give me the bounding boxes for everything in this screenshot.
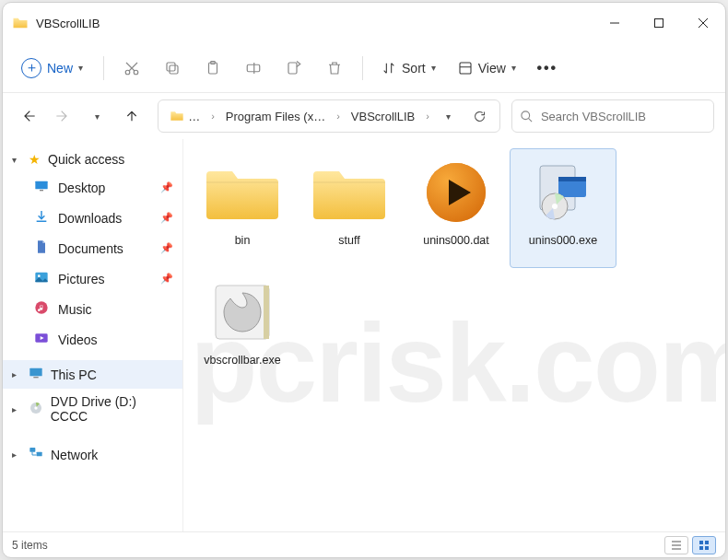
file-explorer-window: VBScrollLIB ＋ New ▾ Sort ▾ View ▾ [2,2,726,558]
svg-rect-21 [29,448,35,452]
sidebar-item-downloads[interactable]: Downloads 📌 [3,203,182,233]
back-button[interactable] [14,100,43,132]
file-label: unins000.exe [529,234,597,249]
sidebar-item-label: Downloads [58,211,122,226]
breadcrumb-root[interactable]: … [162,105,207,127]
titlebar: VBScrollLIB [3,3,725,43]
paste-button[interactable] [194,52,231,85]
file-label: stuff [338,234,359,249]
sidebar-item-label: Videos [58,332,98,347]
sidebar: ▾ ★ Quick access Desktop 📌 Downloads 📌 D… [3,139,183,531]
svg-rect-35 [705,546,709,550]
delete-button[interactable] [316,52,353,85]
window-controls [593,3,725,43]
copy-button[interactable] [154,52,191,85]
sidebar-quick-access[interactable]: ▾ ★ Quick access [3,146,182,172]
svg-rect-27 [558,177,586,181]
recent-locations-button[interactable]: ▾ [83,100,112,132]
refresh-button[interactable] [464,100,496,132]
address-bar[interactable]: … › Program Files (x… › VBScrollLIB › ▾ [158,99,500,133]
file-item-exe[interactable]: vbscrollbar.exe [189,268,296,388]
downloads-icon [34,209,49,227]
documents-icon [34,239,49,257]
svg-rect-0 [655,19,663,28]
sidebar-item-pictures[interactable]: Pictures 📌 [3,263,182,294]
svg-rect-7 [247,64,260,72]
svg-rect-11 [35,181,47,190]
file-label: bin [235,234,251,249]
sidebar-item-desktop[interactable]: Desktop 📌 [3,172,182,203]
file-item-exe[interactable]: unins000.exe [510,148,616,268]
forward-button[interactable] [49,100,78,132]
svg-rect-3 [170,65,178,74]
desktop-icon [34,179,49,196]
application-icon [205,274,280,350]
toolbar: ＋ New ▾ Sort ▾ View ▾ ••• [3,43,725,93]
maximize-button[interactable] [637,3,681,43]
svg-point-14 [38,274,41,277]
network-icon [29,446,43,463]
folder-icon [205,155,280,230]
window-title: VBScrollLIB [36,17,100,30]
details-view-button[interactable] [664,536,688,554]
view-menu[interactable]: View ▾ [449,55,525,81]
folder-icon [170,109,184,123]
sidebar-item-videos[interactable]: Videos [3,324,182,355]
address-dropdown-button[interactable]: ▾ [433,100,464,132]
sidebar-this-pc[interactable]: ▸ This PC [3,360,182,389]
file-item-folder[interactable]: stuff [296,148,403,268]
close-button[interactable] [681,3,725,43]
view-label: View [478,61,506,76]
separator [362,56,363,80]
sidebar-label: This PC [51,368,97,382]
star-icon: ★ [29,152,41,167]
media-play-icon [418,155,494,230]
breadcrumb-program-files[interactable]: Program Files (x… [218,106,333,127]
svg-rect-33 [705,541,709,544]
chevron-down-icon: ▾ [12,155,21,165]
pin-icon: 📌 [160,242,173,254]
rename-button[interactable] [235,52,272,85]
file-label: vbscrollbar.exe [204,354,280,368]
view-icon [458,61,473,76]
folder-icon [12,15,29,31]
minimize-button[interactable] [593,3,637,43]
new-button[interactable]: ＋ New ▾ [10,52,94,84]
sidebar-network[interactable]: ▸ Network [3,440,182,469]
sidebar-label: Quick access [48,152,124,167]
sort-menu[interactable]: Sort ▾ [372,55,445,81]
sidebar-item-label: Documents [58,241,123,256]
breadcrumb-vbscrolllib[interactable]: VBScrollLIB [344,106,422,127]
svg-rect-31 [264,286,269,339]
icons-view-button[interactable] [692,536,716,554]
installer-icon [525,155,601,230]
share-button[interactable] [276,52,312,85]
svg-rect-17 [29,368,41,377]
file-item-dat[interactable]: unins000.dat [403,148,510,268]
chevron-right-icon: › [209,111,217,122]
status-bar: 5 items [3,531,725,557]
this-pc-icon [29,366,43,383]
pin-icon: 📌 [160,273,173,285]
cut-button[interactable] [113,52,150,85]
svg-point-15 [35,301,47,313]
sidebar-item-documents[interactable]: Documents 📌 [3,233,182,263]
sidebar-label: DVD Drive (D:) CCCC [51,394,173,424]
navigation-row: ▾ … › Program Files (x… › VBScrollLIB › … [3,93,725,139]
search-icon [520,110,534,123]
search-box[interactable] [511,99,714,133]
file-item-folder[interactable]: bin [189,148,296,268]
search-input[interactable] [541,110,706,123]
sidebar-item-music[interactable]: Music [3,294,182,324]
sidebar-dvd-drive[interactable]: ▸ DVD Drive (D:) CCCC [3,389,182,429]
disc-icon [29,401,43,418]
plus-icon: ＋ [21,58,41,78]
file-label: unins000.dat [423,234,489,249]
svg-rect-12 [40,190,43,191]
pin-icon: 📌 [160,212,173,224]
new-label: New [47,61,73,76]
chevron-down-icon: ▾ [78,63,83,73]
up-button[interactable] [118,100,147,132]
sidebar-item-label: Music [58,302,92,317]
more-button[interactable]: ••• [529,52,566,85]
